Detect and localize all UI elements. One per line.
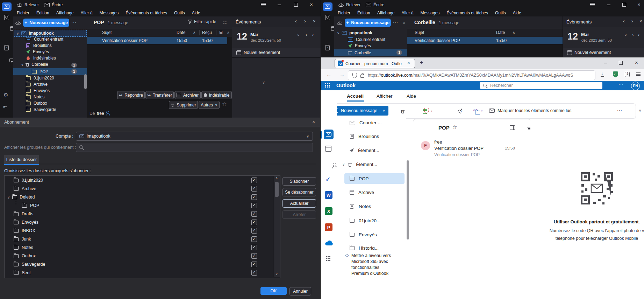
- new-tab-icon[interactable]: +: [420, 59, 423, 65]
- downloads-icon[interactable]: [600, 72, 604, 77]
- ol-folder-archive[interactable]: Archive: [350, 190, 374, 195]
- folder-row-01juin[interactable]: 01juin2020: [26, 76, 54, 81]
- mark-all-read-button[interactable]: Marquer tous les éléments comme lus: [489, 106, 571, 115]
- rail-people-icon[interactable]: [333, 163, 336, 166]
- ol-message-item[interactable]: F free Vérification dossier POP 15:50 Vé…: [413, 135, 530, 161]
- account-avatar[interactable]: PN: [631, 82, 640, 90]
- browser-close-icon[interactable]: ×: [635, 60, 638, 65]
- rail-mail-button[interactable]: [324, 130, 334, 139]
- scroll-down-icon[interactable]: ∨: [276, 272, 278, 276]
- list-scroll-up-icon[interactable]: ∧: [227, 30, 229, 34]
- sender-avatar-icon[interactable]: [106, 111, 109, 114]
- events-close-icon[interactable]: ×: [313, 19, 316, 24]
- sort-ascending-icon[interactable]: ∧: [513, 30, 515, 34]
- sub-row-archive[interactable]: Archive: [14, 186, 36, 191]
- column-date[interactable]: Date: [177, 30, 185, 35]
- ol-folder-supprimes[interactable]: ∨Élément...: [342, 162, 377, 167]
- write-button[interactable]: Écrire: [366, 1, 384, 8]
- new-message-button[interactable]: +Nouveau message: [23, 19, 69, 27]
- junk-button[interactable]: Indésirable: [201, 91, 232, 99]
- sub-row-drafts[interactable]: Drafts: [14, 211, 33, 216]
- account-row[interactable]: ∨ popoutlook: [337, 30, 372, 35]
- maximize-button[interactable]: [294, 3, 298, 7]
- menu-fichier[interactable]: Fichier: [334, 9, 354, 16]
- rail-onedrive-icon[interactable]: [324, 240, 333, 246]
- upgrade-text[interactable]: Mettre à niveau vers Microsoft 365 avec …: [351, 253, 394, 277]
- get-messages-icon[interactable]: [337, 21, 343, 25]
- page-actions-icon[interactable]: ↥: [625, 72, 630, 77]
- app-menu-icon[interactable]: [261, 3, 266, 4]
- browser-tab[interactable]: o Courrier - prenom nom - Outlo ×: [335, 59, 415, 68]
- folder-pane-scrollbar[interactable]: [84, 74, 87, 89]
- next-day-icon[interactable]: ›: [312, 32, 314, 37]
- sort-ascending-icon[interactable]: ∧: [193, 30, 195, 34]
- column-date[interactable]: Date: [496, 30, 505, 35]
- folder-row-sent[interactable]: Envoyés: [26, 49, 49, 54]
- collapse-rail-icon[interactable]: ⇤: [3, 104, 7, 109]
- chevron-down-icon[interactable]: ∨: [481, 109, 483, 112]
- menu-evenements[interactable]: Évènements et tâches: [443, 9, 492, 16]
- scroll-up-icon[interactable]: ∧: [276, 176, 278, 180]
- tasks-icon[interactable]: [325, 45, 330, 50]
- menu-aller-a[interactable]: Aller à: [398, 9, 417, 16]
- subscribe-checkbox[interactable]: [251, 203, 257, 208]
- get-messages-icon[interactable]: [15, 21, 21, 25]
- tasks-icon[interactable]: [4, 45, 9, 50]
- menu-aide[interactable]: Aide: [509, 9, 525, 16]
- archive-button[interactable]: Archiver: [174, 91, 201, 99]
- new-event-label[interactable]: Nouvel évènement: [244, 50, 280, 55]
- chevron-down-icon[interactable]: ∨: [430, 109, 433, 112]
- header-more-icon[interactable]: ···: [618, 82, 624, 87]
- group-filter-input[interactable]: [76, 143, 313, 152]
- expander-icon[interactable]: ∨: [7, 195, 10, 199]
- tab-close-icon[interactable]: ×: [407, 60, 410, 65]
- rail-calendar-icon[interactable]: [325, 146, 331, 152]
- sub-row-deleted[interactable]: ∨Deleted: [7, 195, 35, 200]
- subscribe-button[interactable]: S'abonner: [282, 177, 316, 186]
- tab-folder-list[interactable]: Liste du dossier: [4, 155, 39, 165]
- minimize-button[interactable]: [278, 5, 281, 5]
- events-close-icon[interactable]: ×: [639, 19, 642, 24]
- ol-folder-courrier[interactable]: Courrier ...: [350, 120, 382, 125]
- sub-row-sauvegarde[interactable]: Sauvegarde: [14, 262, 45, 267]
- browser-menu-icon[interactable]: [636, 72, 641, 73]
- subscribe-checkbox[interactable]: [251, 236, 257, 242]
- sub-row-notes[interactable]: Notes: [14, 245, 33, 250]
- toolbar-more-icon[interactable]: ···: [617, 108, 622, 113]
- ol-folder-brouillons[interactable]: Brouillons: [350, 134, 379, 139]
- tab-aide[interactable]: Aide: [407, 93, 416, 99]
- menu-messages[interactable]: Messages: [417, 9, 443, 16]
- prev-day-icon[interactable]: ‹: [632, 32, 634, 37]
- back-icon[interactable]: ←: [326, 72, 331, 78]
- sub-row-envoyes[interactable]: Envoyés: [14, 220, 38, 225]
- subscribe-checkbox[interactable]: [251, 220, 257, 225]
- sub-row-junk[interactable]: Junk: [14, 237, 31, 242]
- ok-button[interactable]: OK: [260, 287, 287, 295]
- folder-row-outbox[interactable]: Outbox: [26, 101, 47, 106]
- app-menu-icon[interactable]: [590, 3, 595, 4]
- menu-edition[interactable]: Édition: [33, 9, 53, 16]
- split-chevron-icon[interactable]: ∨: [379, 109, 388, 112]
- forward-button[interactable]: ↪Transférer: [145, 91, 174, 99]
- settings-gear-icon[interactable]: ⚙: [3, 92, 8, 98]
- folder-row-sent[interactable]: Envoyés: [348, 43, 371, 48]
- scroll-thumb[interactable]: [275, 182, 279, 197]
- events-scroll-down-icon[interactable]: ∨: [262, 80, 265, 85]
- menu-aller-a[interactable]: Aller à: [77, 9, 96, 16]
- rail-powerpoint-icon[interactable]: P: [325, 223, 332, 231]
- get-messages-button[interactable]: Relever: [17, 1, 39, 8]
- dialog-close-icon[interactable]: ×: [312, 119, 315, 125]
- menu-edition[interactable]: Édition: [354, 9, 374, 16]
- cancel-button[interactable]: Annuler: [289, 287, 311, 295]
- expander-icon[interactable]: ∨: [342, 162, 345, 166]
- rail-word-icon[interactable]: W: [325, 191, 332, 199]
- close-button[interactable]: ×: [310, 1, 313, 7]
- tab-afficher[interactable]: Afficher: [377, 93, 393, 99]
- subscribe-checkbox[interactable]: [251, 186, 257, 192]
- expander-icon[interactable]: ∨: [16, 32, 19, 35]
- menu-affichage[interactable]: Affichage: [374, 9, 398, 16]
- subscribe-checkbox[interactable]: [251, 178, 257, 183]
- url-bar[interactable]: https://outlook.live.com/mail/0/AQMkADAw…: [348, 70, 595, 80]
- lock-icon[interactable]: [360, 75, 364, 78]
- more-button[interactable]: Autres∨: [199, 101, 220, 109]
